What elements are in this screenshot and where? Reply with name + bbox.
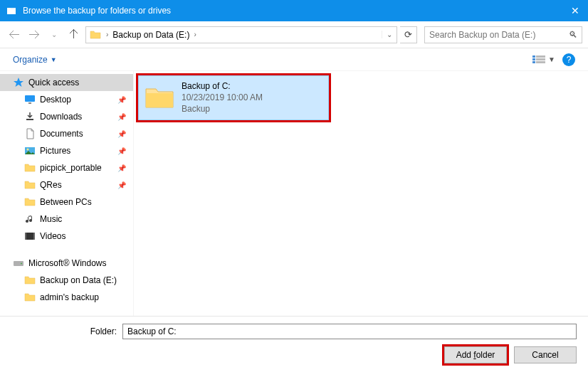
tree-quick-access[interactable]: Quick access — [0, 74, 133, 91]
back-button[interactable]: 🡠 — [6, 26, 23, 43]
tree-item-label: Documents — [40, 129, 83, 139]
titlebar: Browse the backup for folders or drives … — [0, 0, 588, 21]
svg-marker-7 — [14, 78, 23, 87]
pin-icon: 📌 — [117, 164, 126, 172]
help-button[interactable]: ? — [562, 53, 575, 66]
music-icon — [24, 213, 36, 225]
tree-item-label: Downloads — [40, 112, 82, 122]
svg-point-17 — [21, 263, 22, 265]
svg-point-12 — [27, 149, 29, 151]
folder-icon — [24, 179, 36, 191]
tree-item-picpick[interactable]: picpick_portable 📌 — [0, 159, 133, 176]
pin-icon: 📌 — [117, 130, 126, 138]
tree-item-label: picpick_portable — [40, 163, 102, 173]
video-icon — [24, 230, 36, 242]
document-icon — [24, 128, 36, 139]
tree-label: Quick access — [28, 78, 79, 87]
tree-item-downloads[interactable]: Downloads 📌 — [0, 108, 133, 125]
folder-icon — [89, 28, 102, 41]
navbar: 🡠 🡢 ⌄ 🡡 › Backup on Data (E:) › ⌄ ⟳ 🔍︎ — [0, 21, 588, 48]
forward-button: 🡢 — [26, 26, 43, 43]
svg-rect-15 — [33, 233, 35, 240]
svg-rect-4 — [536, 58, 545, 60]
tree-item-music[interactable]: Music — [0, 211, 133, 228]
search-icon[interactable]: 🔍︎ — [565, 30, 582, 40]
tree-item-label: Between PCs — [40, 197, 92, 207]
chevron-right-icon[interactable]: › — [105, 31, 110, 38]
picture-icon — [24, 145, 36, 156]
svg-rect-13 — [25, 233, 35, 240]
svg-rect-6 — [536, 61, 545, 63]
folder-label: Folder: — [11, 326, 117, 336]
tree-item-backup-data[interactable]: Backup on Data (E:) — [0, 272, 133, 289]
folder-icon — [24, 162, 36, 174]
address-dropdown[interactable]: ⌄ — [382, 31, 397, 38]
item-date: 10/23/2019 10:00 AM — [182, 92, 263, 103]
tree-item-label: Videos — [40, 231, 65, 241]
list-item[interactable]: Backup of C: 10/23/2019 10:00 AM Backup — [138, 75, 329, 120]
tree-item-between-pcs[interactable]: Between PCs — [0, 193, 133, 211]
tree-item-label: Music — [40, 214, 62, 224]
pin-icon: 📌 — [117, 113, 126, 121]
folder-input[interactable] — [122, 324, 577, 339]
recent-dropdown[interactable]: ⌄ — [46, 26, 63, 43]
pin-icon: 📌 — [117, 96, 126, 104]
view-button[interactable]: ▼ — [532, 55, 555, 65]
tree-item-desktop[interactable]: Desktop 📌 — [0, 91, 133, 108]
folder-icon — [145, 85, 174, 110]
tree-item-label: Backup on Data (E:) — [40, 275, 117, 285]
add-folder-button[interactable]: Add folder — [444, 346, 507, 363]
tree-item-label: admin's backup — [40, 292, 99, 302]
toolbar: Organize ▼ ▼ ? — [0, 48, 588, 71]
chevron-down-icon: ▼ — [51, 56, 57, 63]
pin-icon: 📌 — [117, 147, 126, 155]
svg-rect-5 — [532, 61, 535, 63]
organize-menu[interactable]: Organize ▼ — [13, 55, 57, 65]
breadcrumb-root[interactable]: Backup on Data (E:) — [110, 30, 192, 40]
search-box[interactable]: 🔍︎ — [424, 26, 582, 43]
svg-rect-3 — [532, 58, 535, 60]
refresh-button[interactable]: ⟳ — [400, 26, 417, 43]
svg-rect-2 — [536, 55, 545, 58]
item-type: Backup — [182, 103, 263, 115]
close-icon[interactable]: ✕ — [568, 5, 582, 16]
up-button[interactable]: 🡡 — [65, 26, 83, 43]
cancel-button[interactable]: Cancel — [514, 346, 577, 363]
organize-label: Organize — [13, 55, 48, 65]
tree-label: Microsoft® Windows — [28, 258, 107, 268]
svg-rect-8 — [25, 95, 35, 102]
nav-tree: Quick access Desktop 📌 Downloads 📌 Docum… — [0, 71, 134, 316]
folder-icon — [24, 292, 36, 303]
svg-rect-14 — [25, 233, 26, 240]
chevron-right-icon[interactable]: › — [192, 31, 197, 38]
address-bar[interactable]: › Backup on Data (E:) › ⌄ — [85, 26, 397, 43]
app-icon — [6, 5, 17, 16]
cancel-label: Cancel — [532, 350, 558, 360]
download-icon — [24, 111, 36, 122]
star-icon — [13, 77, 24, 88]
body: Quick access Desktop 📌 Downloads 📌 Docum… — [0, 71, 588, 316]
footer: Folder: Add folder Cancel — [0, 316, 588, 371]
folder-icon — [24, 275, 36, 286]
tree-item-label: Pictures — [40, 146, 70, 156]
tree-item-qres[interactable]: QRes 📌 — [0, 176, 133, 193]
drive-icon — [13, 257, 24, 269]
tree-item-videos[interactable]: Videos — [0, 228, 133, 245]
tree-item-label: Desktop — [40, 95, 71, 105]
tree-item-label: QRes — [40, 180, 62, 190]
view-icon — [532, 55, 545, 65]
content-pane[interactable]: Backup of C: 10/23/2019 10:00 AM Backup — [134, 71, 588, 316]
tree-item-pictures[interactable]: Pictures 📌 — [0, 142, 133, 159]
desktop-icon — [24, 94, 36, 105]
item-name: Backup of C: — [182, 80, 263, 92]
search-input[interactable] — [425, 30, 565, 40]
folder-icon — [24, 196, 36, 208]
svg-rect-9 — [28, 102, 31, 104]
chevron-down-icon: ▼ — [548, 55, 555, 63]
tree-item-documents[interactable]: Documents 📌 — [0, 125, 133, 142]
svg-rect-10 — [26, 119, 33, 120]
svg-rect-1 — [532, 55, 535, 58]
tree-item-admins-backup[interactable]: admin's backup — [0, 289, 133, 306]
pin-icon: 📌 — [117, 181, 126, 189]
tree-microsoft-windows[interactable]: Microsoft® Windows — [0, 255, 133, 272]
